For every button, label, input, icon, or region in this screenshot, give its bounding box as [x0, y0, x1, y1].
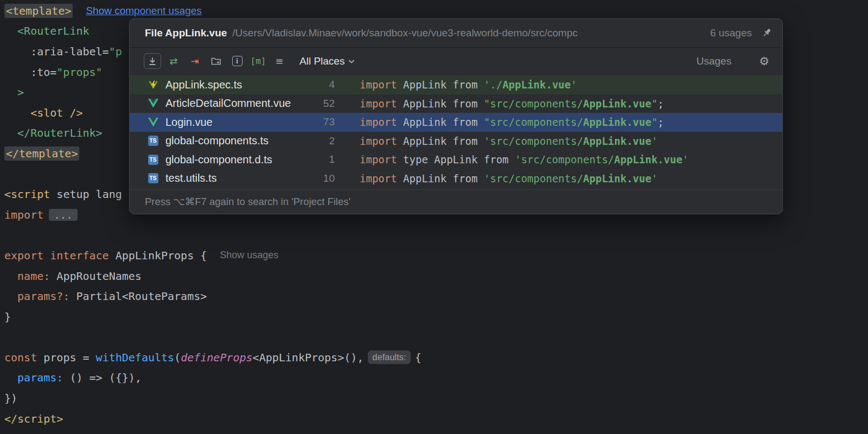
vue-file-icon — [147, 99, 159, 108]
open-brace: { — [415, 351, 422, 364]
usage-row-login-selected[interactable]: Login.vue 73 import AppLink from "src/co… — [130, 113, 782, 132]
name-field-key: name: — [4, 270, 50, 283]
merge-usages-icon[interactable]: ⇄ — [165, 53, 182, 69]
to-value: "props" — [56, 66, 102, 79]
params-object-value: () => ({}), — [63, 371, 142, 384]
open-paren: ( — [174, 351, 181, 364]
info-icon: i — [232, 56, 242, 66]
method-filter-icon[interactable]: [m] — [250, 53, 267, 69]
routerlink-open-tag: <RouterLink — [4, 24, 90, 37]
withdefaults-call: withDefaults — [96, 351, 175, 364]
template-open-tag: <template> — [4, 4, 73, 18]
routerlink-close-tag: </RouterLink> — [4, 126, 103, 139]
code-line: name: AppRouteNames — [4, 266, 422, 286]
const-keyword: const — [4, 351, 37, 364]
usage-code-preview: import AppLink from 'src/components/AppL… — [360, 135, 658, 147]
params-field-type: Partial<RouteParams> — [69, 290, 207, 303]
close-paren-brace: }) — [4, 392, 17, 405]
usage-line-number: 73 — [304, 116, 335, 128]
typescript-file-icon: TS — [147, 136, 159, 146]
code-line: }) — [4, 388, 422, 409]
settings-gear-icon[interactable]: ⚙ — [759, 55, 769, 68]
usages-count: 6 usages — [710, 27, 752, 39]
closing-brace: } — [4, 310, 11, 323]
group-by-file-button[interactable] — [207, 53, 225, 69]
usage-file-name: ArticleDetailComment.vue — [165, 97, 304, 110]
popup-toolbar: ⇄ ⇥ i [m] ≡ All Places Usages ⚙ — [130, 48, 782, 74]
folded-code-chip[interactable]: ... — [49, 209, 77, 221]
usage-line-number: 52 — [304, 98, 335, 110]
usage-line-number: 2 — [304, 135, 335, 147]
code-line: } — [4, 307, 422, 327]
pin-icon[interactable] — [761, 27, 773, 39]
code-line: params?: Partial<RouteParams> — [4, 286, 422, 307]
usage-file-name: AppLink.spec.ts — [165, 79, 304, 91]
popup-footer: Press ⌥⌘F7 again to search in 'Project F… — [130, 189, 782, 214]
type-args: <AppLinkProps>(), — [253, 351, 364, 364]
usage-code-preview: import type AppLink from 'src/components… — [360, 154, 688, 165]
usage-results-list: AppLink.spec.ts 4 import AppLink from '.… — [130, 74, 782, 189]
usage-code-preview: import AppLink from './AppLink.vue' — [360, 79, 577, 91]
blank-line — [4, 225, 422, 246]
find-usages-popup: File AppLink.vue /Users/Vladislav.Minaev… — [129, 18, 783, 214]
preview-lines-icon[interactable]: ≡ — [271, 53, 288, 69]
file-path: /Users/Vladislav.Minaev/work/sandbox-vue… — [232, 27, 703, 39]
usage-line-number: 1 — [304, 154, 335, 165]
show-usages-hint[interactable]: Show usages — [220, 250, 278, 261]
usage-code-preview: import AppLink from "src/components/AppL… — [360, 116, 664, 128]
usage-row-global-components[interactable]: TS global-components.ts 2 import AppLink… — [130, 132, 782, 151]
script-close-tag: </script> — [4, 412, 63, 425]
code-line: params: () => ({}), — [4, 368, 422, 388]
params-object-key: params: — [4, 371, 63, 384]
code-line: export interface AppLinkProps {Show usag… — [4, 245, 422, 266]
script-open-tag: <script — [4, 188, 50, 201]
export-interface-keyword: export interface — [4, 249, 109, 262]
usage-line-number: 4 — [304, 79, 335, 91]
usage-file-name: global-component.d.ts — [165, 154, 304, 166]
usage-row-applink-spec[interactable]: AppLink.spec.ts 4 import AppLink from '.… — [130, 75, 782, 94]
aria-label-attr: :aria-label= — [4, 45, 109, 58]
name-field-type: AppRouteNames — [50, 270, 142, 283]
vitest-test-file-icon — [147, 80, 159, 90]
usage-code-preview: import AppLink from "src/components/AppL… — [360, 98, 664, 110]
footer-hint-text: Press ⌥⌘F7 again to search in 'Project F… — [145, 196, 350, 208]
code-line: <template>Show component usages — [4, 1, 422, 21]
code-line: const props = withDefaults(defineProps<A… — [4, 347, 422, 368]
code-line: </script> — [4, 409, 422, 429]
usage-file-name: test.utils.ts — [165, 172, 304, 184]
jump-to-source-icon[interactable]: ⇥ — [186, 53, 203, 69]
scope-selector[interactable]: All Places — [299, 55, 355, 67]
usage-row-test-utils[interactable]: TS test.utils.ts 10 import AppLink from … — [130, 169, 782, 188]
usages-tab-label: Usages — [697, 55, 731, 67]
defaults-inlay-hint: defaults: — [368, 350, 410, 364]
usage-file-name: Login.vue — [165, 116, 304, 129]
popup-header: File AppLink.vue /Users/Vladislav.Minaev… — [130, 19, 782, 48]
info-button[interactable]: i — [228, 53, 246, 69]
params-field-key: params?: — [4, 290, 69, 303]
blank-line — [4, 327, 422, 348]
show-component-usages-link[interactable]: Show component usages — [86, 5, 201, 17]
vue-file-icon — [147, 118, 159, 127]
slot-tag: <slot /> — [4, 106, 83, 119]
aria-label-value: "p — [109, 45, 122, 58]
usage-file-name: global-components.ts — [165, 135, 304, 147]
usage-row-global-component-dts[interactable]: TS global-component.d.ts 1 import type A… — [130, 150, 782, 169]
template-close-tag: </template> — [4, 146, 79, 161]
typescript-file-icon: TS — [147, 173, 159, 183]
defineprops-call: defineProps — [181, 351, 252, 364]
typescript-file-icon: TS — [147, 155, 159, 165]
props-assignment: props = — [37, 351, 95, 364]
import-keyword: import — [4, 208, 43, 221]
to-attr: :to= — [4, 66, 56, 79]
script-attrs: setup lang — [50, 188, 122, 201]
chevron-down-icon — [348, 59, 355, 63]
usage-line-number: 10 — [304, 173, 335, 184]
popup-title: File AppLink.vue — [145, 27, 227, 39]
move-to-bottom-button[interactable] — [144, 53, 161, 69]
scope-label: All Places — [299, 55, 344, 67]
usage-code-preview: import AppLink from 'src/components/AppL… — [360, 173, 658, 184]
tag-close-bracket: > — [4, 86, 24, 99]
usage-row-articledetailcomment[interactable]: ArticleDetailComment.vue 52 import AppLi… — [130, 94, 782, 113]
interface-name: AppLinkProps { — [109, 249, 207, 262]
